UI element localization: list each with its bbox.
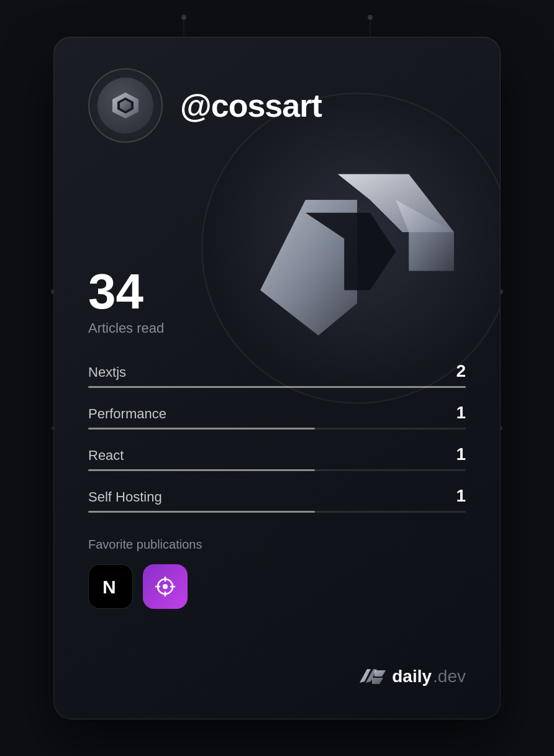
- tag-count: 1: [456, 403, 466, 423]
- tag-bar-track: [88, 428, 466, 430]
- articles-count: 34: [88, 267, 466, 317]
- publications-label: Favorite publications: [88, 538, 466, 552]
- svg-point-2: [181, 15, 186, 20]
- articles-label: Articles read: [88, 320, 466, 336]
- daily-dev-logomark-icon: [358, 665, 387, 688]
- tag-bar-fill: [88, 511, 315, 513]
- publication-nextjs-icon: N: [88, 564, 133, 609]
- card-header: @cossart: [88, 68, 466, 143]
- avatar-ring: [88, 68, 163, 143]
- publication-css-icon: [143, 564, 188, 609]
- daily-dev-logo: daily .dev: [358, 665, 466, 688]
- daily-text-main: daily: [392, 667, 432, 686]
- tag-name: Nextjs: [88, 364, 126, 380]
- tag-bar-fill: [88, 386, 466, 388]
- daily-text-dev: .dev: [433, 667, 466, 686]
- daily-dev-text: daily .dev: [392, 667, 466, 686]
- tag-name: Self Hosting: [88, 489, 162, 505]
- username: @cossart: [180, 87, 322, 124]
- tag-name: Performance: [88, 406, 166, 422]
- pub-icons-row: N: [88, 564, 466, 609]
- avatar: [98, 78, 153, 133]
- tag-count: 2: [456, 361, 466, 381]
- tag-bar-track: [88, 386, 466, 388]
- stats-section: 34 Articles read: [88, 267, 466, 336]
- tag-count: 1: [456, 444, 466, 464]
- tag-bar-fill: [88, 469, 315, 471]
- svg-text:N: N: [102, 577, 116, 597]
- avatar-logo-icon: [110, 90, 141, 121]
- tag-count: 1: [456, 486, 466, 506]
- profile-card: @cossart 34 Articles read Nextjs 2 Perfo…: [53, 37, 501, 719]
- tag-row: React 1: [88, 444, 466, 471]
- tag-bar-fill: [88, 428, 315, 430]
- tag-bar-track: [88, 469, 466, 471]
- tags-section: Nextjs 2 Performance 1 React 1: [88, 361, 466, 513]
- tag-bar-track: [88, 511, 466, 513]
- tag-row: Self Hosting 1: [88, 486, 466, 513]
- svg-point-3: [368, 15, 373, 20]
- publications-section: Favorite publications N: [88, 538, 466, 609]
- tag-row: Performance 1: [88, 403, 466, 430]
- svg-point-16: [163, 584, 168, 589]
- tag-row: Nextjs 2: [88, 361, 466, 388]
- tag-name: React: [88, 448, 124, 464]
